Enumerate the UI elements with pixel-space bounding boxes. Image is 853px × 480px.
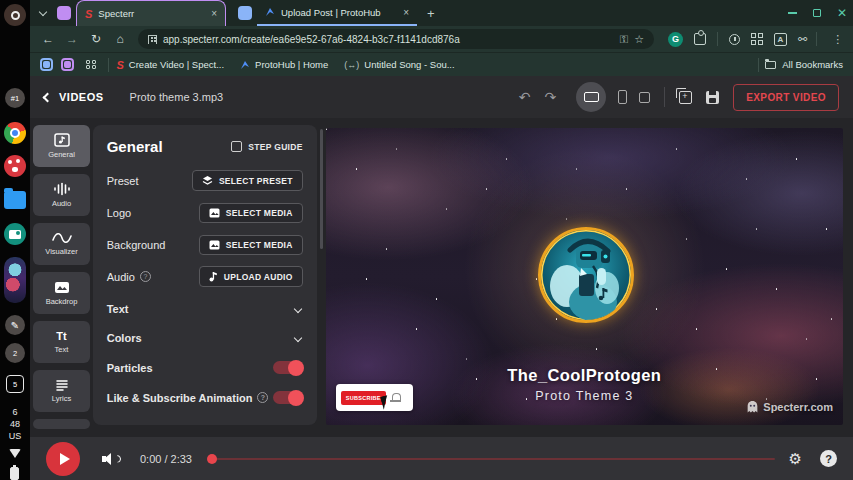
tab-group-purple-indicator[interactable] xyxy=(57,6,71,20)
chevron-down-icon xyxy=(293,305,301,313)
select-preset-button[interactable]: SELECT PRESET xyxy=(192,170,303,191)
music-player-album-art[interactable] xyxy=(4,257,26,303)
browser-menu-icon[interactable]: ⋮ xyxy=(832,33,843,46)
particles-label: Particles xyxy=(107,362,153,374)
bookmark-create-video[interactable]: S Create Video | Spect... xyxy=(117,59,225,71)
duplicate-project-icon[interactable] xyxy=(679,91,692,104)
tab-specterr[interactable]: S Specterr × xyxy=(76,0,226,26)
back-icon[interactable]: ← xyxy=(38,32,58,46)
url-text[interactable]: app.specterr.com/create/ea6e9e52-67a6-48… xyxy=(163,34,614,45)
aspect-ratio-switcher xyxy=(576,82,650,112)
specterr-favicon: S xyxy=(85,8,92,20)
battery-icon xyxy=(10,467,19,480)
sidebar-item-backdrop[interactable]: Backdrop xyxy=(33,272,90,314)
sidebar-label: Lyrics xyxy=(52,394,71,403)
text-section-header[interactable]: Text xyxy=(107,303,303,315)
cursor-icon xyxy=(380,395,390,409)
restore-button[interactable] xyxy=(813,9,821,17)
app-launcher-icon[interactable] xyxy=(4,4,26,26)
tab-group-blue-chip[interactable] xyxy=(40,58,53,71)
close-tab-icon[interactable]: × xyxy=(211,8,217,19)
player-settings-gear-icon[interactable]: ⚙ xyxy=(789,450,802,468)
help-icon[interactable]: ? xyxy=(140,271,151,282)
seek-bar[interactable] xyxy=(208,458,775,460)
close-tab-icon[interactable]: × xyxy=(403,7,409,18)
sidebar-item-partial[interactable] xyxy=(33,419,90,429)
tab-group-purple-chip[interactable] xyxy=(61,58,74,71)
save-icon[interactable] xyxy=(706,91,719,104)
file-manager-icon[interactable] xyxy=(4,191,26,209)
sidebar-item-visualizer[interactable]: Visualizer xyxy=(33,223,90,265)
step-guide-toggle[interactable]: STEP GUIDE xyxy=(231,141,302,152)
back-to-videos-button[interactable]: VIDEOS xyxy=(44,91,104,103)
tab-group-blue-indicator[interactable] xyxy=(238,6,252,20)
like-subscribe-toggle[interactable] xyxy=(273,391,303,404)
divider xyxy=(816,32,817,46)
tab-protohub[interactable]: Upload Post | ProtoHub × xyxy=(257,0,417,26)
notification-badge[interactable]: 2 xyxy=(5,343,25,363)
qr-grid-icon[interactable] xyxy=(751,33,763,45)
aspect-landscape-button[interactable] xyxy=(576,82,606,112)
select-background-media-button[interactable]: SELECT MEDIA xyxy=(199,235,303,255)
new-tab-button[interactable]: + xyxy=(427,6,435,21)
wifi-icon[interactable] xyxy=(9,449,21,458)
redo-icon[interactable]: ↷ xyxy=(544,89,556,105)
forward-icon[interactable]: → xyxy=(62,32,82,46)
chrome-app-icon[interactable] xyxy=(4,122,26,144)
bookmark-protohub[interactable]: ProtoHub | Home xyxy=(240,59,328,70)
bookmark-label: Create Video | Spect... xyxy=(129,59,224,70)
bookmark-label: ProtoHub | Home xyxy=(255,59,328,70)
site-info-icon[interactable] xyxy=(148,35,157,44)
panel-scrollbar[interactable] xyxy=(320,129,323,249)
grammarly-extension-icon[interactable]: G xyxy=(668,32,683,47)
workspace-indicator[interactable]: #1 xyxy=(5,88,25,108)
text-section-label: Text xyxy=(107,303,129,315)
clock-minute: 48 xyxy=(10,419,20,429)
sidebar-item-lyrics[interactable]: Lyrics xyxy=(33,370,90,412)
keyboard-layout[interactable]: US xyxy=(9,431,22,441)
undo-icon[interactable]: ↶ xyxy=(519,89,531,105)
all-bookmarks-button[interactable]: All Bookmarks xyxy=(758,58,843,72)
bell-icon xyxy=(391,393,401,403)
link-icon[interactable]: ⚯ xyxy=(798,33,805,46)
aspect-portrait-button[interactable] xyxy=(618,90,627,104)
tab-search-button[interactable] xyxy=(34,4,52,22)
particles-toggle[interactable] xyxy=(273,361,303,374)
bookmarks-bar: S Create Video | Spect... ProtoHub | Hom… xyxy=(30,52,853,76)
sidebar-item-audio[interactable]: Audio xyxy=(33,174,90,216)
extensions-puzzle-icon[interactable] xyxy=(694,33,706,45)
sidebar-item-text[interactable]: Tt Text xyxy=(33,321,90,363)
seek-handle[interactable] xyxy=(207,454,217,464)
help-button[interactable]: ? xyxy=(820,450,837,467)
select-logo-media-button[interactable]: SELECT MEDIA xyxy=(199,203,303,223)
address-bar[interactable]: app.specterr.com/create/ea6e9e52-67a6-48… xyxy=(138,29,654,49)
bookmark-untitled-song[interactable]: (↔) Untitled Song - Sou... xyxy=(344,59,454,70)
step-guide-checkbox[interactable] xyxy=(231,141,242,152)
panel-title: General xyxy=(107,138,163,155)
screen-recorder-icon[interactable] xyxy=(4,223,26,245)
sidebar-label: Text xyxy=(55,345,69,354)
home-icon[interactable]: ⌂ xyxy=(110,32,130,46)
paint-app-icon[interactable] xyxy=(4,155,26,177)
export-video-button[interactable]: EXPORT VIDEO xyxy=(733,84,839,111)
colors-section-header[interactable]: Colors xyxy=(107,332,303,344)
volume-icon[interactable] xyxy=(102,452,120,466)
browser-toolbar: ← → ↻ ⌂ app.specterr.com/create/ea6e9e52… xyxy=(30,26,853,52)
tab-groups-grid-icon[interactable] xyxy=(86,60,96,70)
minimize-button[interactable] xyxy=(788,12,797,14)
tray-counter[interactable]: 5 xyxy=(6,375,24,393)
history-icon[interactable] xyxy=(729,34,740,45)
project-title[interactable]: Proto theme 3.mp3 xyxy=(130,91,224,103)
video-preview[interactable]: The_CoolProtogen Proto Theme 3 SUBSCRIBE xyxy=(326,128,843,425)
close-window-button[interactable]: ✕ xyxy=(837,6,847,20)
pen-tool-icon[interactable]: ✎ xyxy=(5,315,25,335)
bookmark-star-icon[interactable]: ☆ xyxy=(634,33,644,46)
password-key-icon[interactable]: ⚿ xyxy=(620,33,628,46)
aspect-square-button[interactable] xyxy=(639,92,650,103)
sidebar-item-general[interactable]: General xyxy=(33,125,90,167)
reload-icon[interactable]: ↻ xyxy=(86,32,106,46)
play-button[interactable] xyxy=(46,442,80,476)
translate-icon[interactable]: A xyxy=(774,33,787,46)
help-icon[interactable]: ? xyxy=(257,392,268,403)
upload-audio-button[interactable]: UPLOAD AUDIO xyxy=(199,266,303,287)
